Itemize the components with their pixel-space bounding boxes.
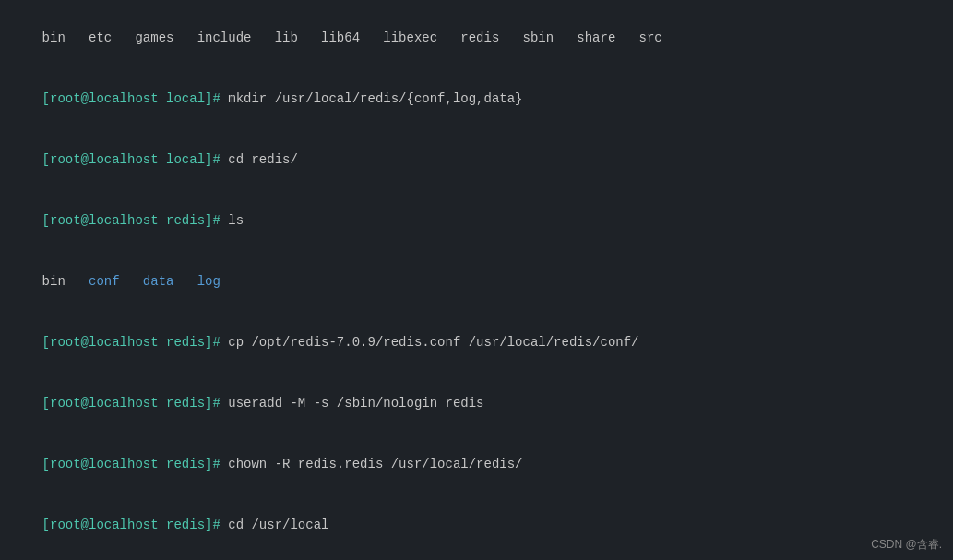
cmd-line-chown: [root@localhost redis]# chown -R redis.r…: [11, 434, 942, 494]
prompt-6: [root@localhost redis]#: [42, 457, 229, 471]
cmd-line-cd-redis: [root@localhost local]# cd redis/: [11, 129, 942, 190]
cmd-line-mkdir: [root@localhost local]# mkdir /usr/local…: [11, 68, 942, 129]
cmd-line-useradd: [root@localhost redis]# useradd -M -s /s…: [11, 373, 942, 434]
prompt-5: [root@localhost redis]#: [42, 396, 229, 411]
prompt-2: [root@localhost local]#: [42, 152, 229, 167]
prompt-3: [root@localhost redis]#: [42, 213, 229, 228]
cmd-line-ls: [root@localhost redis]# ls: [11, 190, 942, 251]
cmd-7: cd /usr/local: [228, 518, 328, 532]
terminal-window: bin etc games include lib lib64 libexec …: [0, 0, 953, 560]
cmd-line-cp: [root@localhost redis]# cp /opt/redis-7.…: [11, 312, 942, 373]
cmd-1: mkdir /usr/local/redis/{conf,log,data}: [228, 91, 522, 106]
ls-data: data: [143, 274, 174, 289]
ls-space2: [173, 274, 197, 289]
cmd-6: chown -R redis.redis /usr/local/redis/: [228, 457, 522, 471]
watermark: CSDN @含睿.: [871, 537, 942, 553]
cmd-5: useradd -M -s /sbin/nologin redis: [228, 396, 483, 411]
ls-space1: [120, 274, 143, 289]
ls-bin: bin: [42, 274, 89, 289]
cmd-3: ls: [228, 213, 244, 228]
watermark-text: CSDN @含睿.: [871, 538, 942, 551]
top-dirs-line: bin etc games include lib lib64 libexec …: [11, 7, 942, 68]
ls-log: log: [197, 274, 220, 289]
ls-output-line: bin conf data log: [11, 251, 942, 312]
cmd-line-cd-local: [root@localhost redis]# cd /usr/local: [11, 494, 942, 555]
ls-conf: conf: [89, 274, 120, 289]
top-dirs-text: bin etc games include lib lib64 libexec …: [42, 30, 662, 45]
prompt-4: [root@localhost redis]#: [42, 335, 229, 350]
cmd-4: cp /opt/redis-7.0.9/redis.conf /usr/loca…: [228, 335, 638, 350]
prompt-1: [root@localhost local]#: [42, 91, 229, 106]
cmd-2: cd redis/: [228, 152, 298, 167]
prompt-7: [root@localhost redis]#: [42, 518, 229, 532]
cmd-line-ll: [root@localhost local]# ll -a: [11, 555, 942, 560]
